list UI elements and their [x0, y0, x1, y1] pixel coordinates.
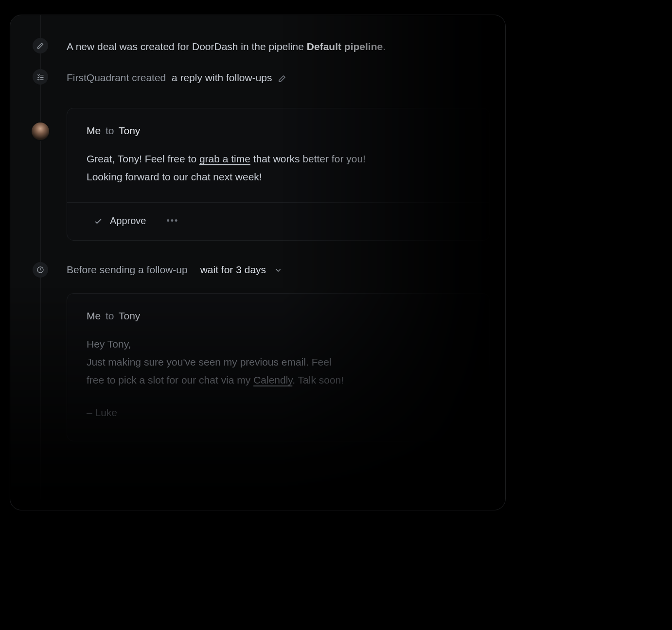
check-icon	[93, 216, 103, 226]
message-card-2: Me to Tony Hey Tony, Just making sure yo…	[67, 293, 490, 441]
approve-label: Approve	[110, 215, 146, 227]
body-part-1b: that works better for you!	[250, 153, 366, 164]
wait-label: Before sending a follow-up	[67, 264, 188, 276]
deal-text-suffix: .	[383, 41, 386, 52]
from-label: Me	[87, 310, 101, 321]
pencil-icon	[33, 38, 48, 53]
event-reply-created: FirstQuadrant created a reply with follo…	[10, 70, 505, 85]
deal-pipeline-name: Default pipeline	[307, 41, 383, 52]
avatar	[32, 122, 49, 140]
wait-duration-select[interactable]: wait for 3 days	[200, 264, 283, 276]
from-label: Me	[87, 125, 101, 136]
to-name: Tony	[119, 125, 140, 136]
clock-icon	[33, 262, 48, 278]
to-name: Tony	[119, 310, 140, 321]
approve-button[interactable]: Approve	[93, 215, 146, 227]
edit-icon[interactable]	[278, 74, 286, 83]
message-card-1: Me to Tony Great, Tony! Feel free to gra…	[67, 108, 490, 241]
followup-wait-row: Before sending a follow-up wait for 3 da…	[67, 264, 505, 276]
card-actions: Approve •••	[87, 203, 470, 240]
reply-actor: FirstQuadrant created	[67, 72, 166, 83]
chevron-down-icon	[274, 265, 283, 274]
more-icon[interactable]: •••	[167, 216, 179, 226]
body-part-3b: . Talk soon!	[292, 374, 344, 385]
grab-time-link[interactable]: grab a time	[199, 153, 250, 164]
body-line-2: Just making sure you've seen my previous…	[87, 356, 332, 368]
to-label: to	[106, 310, 114, 321]
list-check-icon	[33, 69, 48, 85]
body-part-1a: Great, Tony! Feel free to	[87, 153, 199, 164]
wait-value: wait for 3 days	[200, 264, 266, 276]
activity-panel: A new deal was created for DoorDash in t…	[10, 15, 506, 510]
message-header: Me to Tony	[87, 125, 470, 137]
signature: – Luke	[87, 404, 470, 422]
reply-object: a reply with follow-ups	[172, 72, 272, 83]
body-line-2: Looking forward to our chat next week!	[87, 171, 262, 182]
body-part-3a: free to pick a slot for our chat via my	[87, 374, 253, 385]
message-header: Me to Tony	[87, 310, 470, 322]
body-line-1: Hey Tony,	[87, 338, 131, 350]
to-label: to	[106, 125, 114, 136]
message-body: Hey Tony, Just making sure you've seen m…	[87, 335, 470, 421]
calendly-link[interactable]: Calendly	[253, 374, 292, 385]
message-body: Great, Tony! Feel free to grab a time th…	[87, 150, 470, 186]
event-deal-created: A new deal was created for DoorDash in t…	[10, 39, 505, 54]
deal-text-prefix: A new deal was created for DoorDash in t…	[67, 41, 307, 52]
